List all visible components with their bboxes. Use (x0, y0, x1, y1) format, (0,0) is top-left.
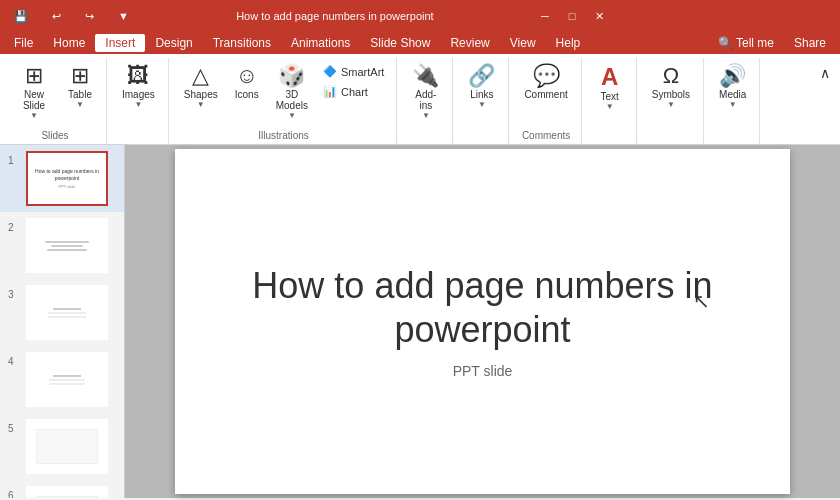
3d-models-button[interactable]: 🎲 3D Models ▼ (269, 60, 315, 126)
links-button[interactable]: 🔗 Links ▼ (461, 60, 502, 126)
media-group-label (712, 139, 753, 144)
menu-insert[interactable]: Insert (95, 34, 145, 52)
maximize-button[interactable]: □ (563, 8, 582, 24)
slide-preview-1[interactable]: How to add page numbers in powerpoint PP… (26, 151, 108, 206)
addins-group-label (405, 139, 446, 144)
slide-num-6: 6 (8, 490, 20, 498)
slide-preview-6[interactable] (26, 486, 108, 498)
slide-thumb-5[interactable]: 5 (0, 413, 124, 480)
symbols-group-label (645, 139, 697, 144)
text-group-label (590, 139, 630, 144)
share-button[interactable]: Share (784, 34, 836, 52)
ribbon-row-links: 🔗 Links ▼ (461, 60, 502, 137)
slide-preview-4[interactable] (26, 352, 108, 407)
ribbon-group-images: 🖼 Images ▼ (109, 58, 169, 144)
new-slide-button[interactable]: ⊞ New Slide ▼ (10, 60, 58, 126)
main-slide-view[interactable]: How to add page numbers in powerpoint PP… (125, 145, 840, 498)
chart-icon: 📊 (323, 85, 337, 98)
ribbon-group-illustrations: △ Shapes ▼ ☺ Icons 🎲 3D Models ▼ 🔷 Smart… (171, 58, 398, 144)
menu-animations[interactable]: Animations (281, 34, 360, 52)
images-icon: 🖼 (127, 65, 149, 87)
slide-thumb-4[interactable]: 4 (0, 346, 124, 413)
minimize-button[interactable]: ─ (535, 8, 555, 24)
images-group-label (115, 139, 162, 144)
slide-num-4: 4 (8, 356, 20, 367)
media-button[interactable]: 🔊 Media ▼ (712, 60, 753, 126)
quick-access-more[interactable]: ▼ (112, 8, 135, 24)
document-title: How to add page numbers in powerpoint (135, 10, 535, 22)
symbols-arrow: ▼ (667, 100, 675, 109)
menu-home[interactable]: Home (43, 34, 95, 52)
menu-view[interactable]: View (500, 34, 546, 52)
close-button[interactable]: ✕ (589, 8, 610, 25)
table-icon: ⊞ (71, 65, 89, 87)
ribbon-group-links: 🔗 Links ▼ (455, 58, 509, 144)
addins-button[interactable]: 🔌 Add- ins ▼ (405, 60, 446, 126)
text-button[interactable]: A Text ▼ (590, 60, 630, 126)
addins-arrow: ▼ (422, 111, 430, 120)
images-button[interactable]: 🖼 Images ▼ (115, 60, 162, 126)
ribbon-row-comments: 💬 Comment (517, 60, 574, 126)
quick-access-redo[interactable]: ↪ (79, 8, 100, 25)
shapes-label: Shapes (184, 89, 218, 100)
chart-button[interactable]: 📊 Chart (317, 82, 390, 101)
addins-label: Add- ins (415, 89, 436, 111)
images-arrow: ▼ (134, 100, 142, 109)
ribbon-group-symbols: Ω Symbols ▼ (639, 58, 704, 144)
shapes-button[interactable]: △ Shapes ▼ (177, 60, 225, 126)
menu-slideshow[interactable]: Slide Show (360, 34, 440, 52)
ribbon-group-text: A Text ▼ (584, 58, 637, 144)
slide-canvas[interactable]: How to add page numbers in powerpoint PP… (175, 149, 790, 494)
table-button[interactable]: ⊞ Table ▼ (60, 60, 100, 126)
icons-button[interactable]: ☺ Icons (227, 60, 267, 126)
slide-thumb-1[interactable]: 1 How to add page numbers in powerpoint … (0, 145, 124, 212)
shapes-icon: △ (192, 65, 209, 87)
links-icon: 🔗 (468, 65, 495, 87)
ribbon-row-text: A Text ▼ (590, 60, 630, 137)
menu-review[interactable]: Review (440, 34, 499, 52)
tell-me-button[interactable]: 🔍 Tell me (708, 34, 784, 52)
menu-file[interactable]: File (4, 34, 43, 52)
symbols-icon: Ω (663, 65, 679, 87)
menu-bar: File Home Insert Design Transitions Anim… (0, 32, 840, 54)
slide-panel[interactable]: 1 How to add page numbers in powerpoint … (0, 145, 125, 498)
smartart-button[interactable]: 🔷 SmartArt (317, 62, 390, 81)
slide-thumb-2[interactable]: 2 (0, 212, 124, 279)
slide-thumb-3[interactable]: 3 (0, 279, 124, 346)
quick-access-save[interactable]: 💾 (8, 8, 34, 25)
slide-preview-5[interactable] (26, 419, 108, 474)
ribbon-group-addins: 🔌 Add- ins ▼ (399, 58, 453, 144)
quick-access-undo[interactable]: ↩ (46, 8, 67, 25)
text-icon: A (601, 65, 618, 89)
comments-group-label: Comments (517, 128, 574, 144)
table-arrow: ▼ (76, 100, 84, 109)
text-arrow: ▼ (606, 102, 614, 111)
3d-models-icon: 🎲 (278, 65, 305, 87)
slide-lines-3 (40, 306, 95, 320)
slide-preview-3[interactable] (26, 285, 108, 340)
new-slide-label: New Slide (23, 89, 45, 111)
new-slide-icon: ⊞ (25, 65, 43, 87)
comment-button[interactable]: 💬 Comment (517, 60, 574, 126)
title-bar-left: 💾 ↩ ↪ ▼ (8, 8, 135, 25)
slide-title: How to add page numbers in powerpoint (233, 264, 733, 350)
menu-design[interactable]: Design (145, 34, 202, 52)
smartart-chart-col: 🔷 SmartArt 📊 Chart (317, 60, 390, 101)
menu-transitions[interactable]: Transitions (203, 34, 281, 52)
comment-icon: 💬 (533, 65, 560, 87)
chart-label: Chart (341, 86, 368, 98)
media-arrow: ▼ (729, 100, 737, 109)
links-arrow: ▼ (478, 100, 486, 109)
slide-thumb-6[interactable]: 6 (0, 480, 124, 498)
symbols-label: Symbols (652, 89, 690, 100)
menu-help[interactable]: Help (546, 34, 591, 52)
ribbon-row-media: 🔊 Media ▼ (712, 60, 753, 137)
symbols-button[interactable]: Ω Symbols ▼ (645, 60, 697, 126)
ribbon-collapse-button[interactable]: ∧ (814, 62, 836, 84)
slide-preview-2[interactable] (26, 218, 108, 273)
ribbon-row-addins: 🔌 Add- ins ▼ (405, 60, 446, 137)
media-label: Media (719, 89, 746, 100)
slide-subtitle: PPT slide (453, 363, 513, 379)
slide-num-3: 3 (8, 289, 20, 300)
table-label: Table (68, 89, 92, 100)
